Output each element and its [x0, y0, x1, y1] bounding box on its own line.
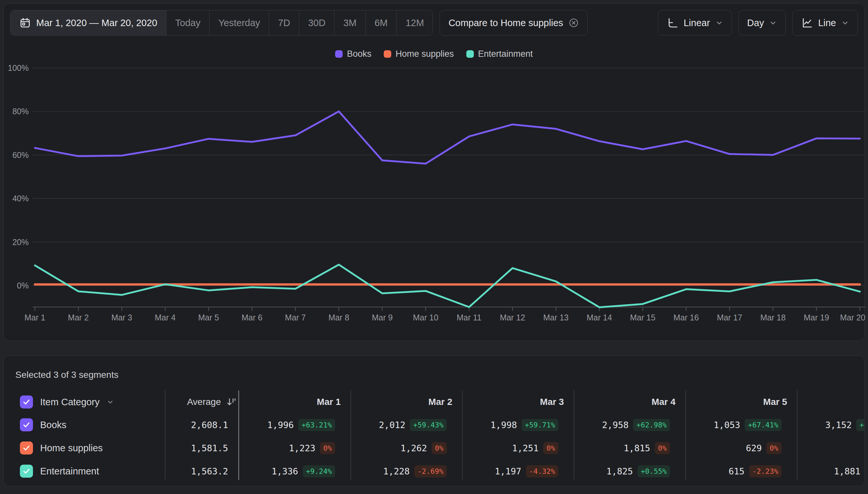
column-divider — [685, 391, 686, 480]
chart-toolbar: Mar 1, 2020 — Mar 20, 2020 Today Yesterd… — [10, 10, 858, 36]
cell-value: 2,012 — [379, 420, 405, 430]
metric-cell: 1,90 — [797, 437, 865, 459]
home-supplies-checkbox[interactable] — [20, 441, 33, 455]
date-range-button[interactable]: Mar 1, 2020 — Mar 20, 2020 — [11, 11, 166, 35]
cell-delta-badge: +6 — [856, 419, 865, 431]
cell-value: 629 — [746, 443, 762, 453]
cell-value: 2,958 — [602, 420, 628, 430]
entertainment-swatch — [466, 50, 474, 58]
cell-delta-badge: 0% — [320, 442, 336, 454]
column-divider — [462, 391, 463, 480]
day-column-header-label: Mar 1 — [317, 397, 341, 407]
preset-6m[interactable]: 6M — [365, 11, 396, 35]
preset-today[interactable]: Today — [166, 11, 209, 35]
chevron-down-icon — [715, 19, 723, 27]
granularity-dropdown-label: Day — [747, 18, 764, 28]
date-range-label: Mar 1, 2020 — Mar 20, 2020 — [36, 18, 157, 28]
table-row-books: Books 2,608.1 1,996+63.21%2,012+59.43%1,… — [4, 413, 864, 436]
metric-cell: 1,825+0.55% — [574, 460, 685, 482]
axes-icon — [667, 17, 678, 29]
cell-delta-badge: +9.24% — [303, 465, 335, 477]
day-column-header: Mar 3 — [462, 391, 574, 413]
table-row-entertainment: Entertainment 1,563.2 1,336+9.24%1,228-2… — [4, 460, 864, 482]
chart-type-dropdown[interactable]: Line — [792, 10, 858, 36]
cell-delta-badge: -2.69% — [414, 465, 447, 477]
metric-cell: 1,2510% — [462, 437, 574, 459]
average-header-label: Average — [187, 397, 221, 407]
entertainment-checkbox[interactable] — [20, 464, 33, 478]
chevron-down-icon[interactable] — [107, 398, 114, 405]
cell-value: 1,336 — [271, 466, 298, 476]
cell-value: 1,881 — [834, 466, 860, 476]
metric-cell: 1,8150% — [574, 437, 685, 459]
cell-delta-badge: 0% — [655, 442, 670, 454]
row-label: Home supplies — [40, 443, 103, 454]
metric-cell: 3,152+6 — [797, 413, 865, 436]
legend-label: Books — [347, 49, 371, 59]
select-all-checkbox[interactable] — [20, 396, 33, 408]
average-value: 2,608.1 — [165, 413, 239, 436]
analytics-dashboard: Mar 1, 2020 — Mar 20, 2020 Today Yesterd… — [0, 0, 868, 494]
day-column-header-label: Mar 5 — [763, 397, 787, 407]
day-column-header: Mar 1 — [239, 391, 351, 413]
category-header-label[interactable]: Item Category — [40, 397, 99, 407]
average-value: 1,563.2 — [165, 460, 239, 482]
compare-chip[interactable]: Compare to Home supplies — [439, 10, 587, 36]
cell-value: 615 — [729, 466, 744, 476]
metric-cell: 1,2230% — [239, 437, 351, 459]
cell-delta-badge: 0% — [767, 442, 782, 454]
chart-legend: Books Home supplies Entertainment — [0, 49, 868, 59]
legend-item-home-supplies[interactable]: Home supplies — [384, 49, 454, 59]
legend-item-entertainment[interactable]: Entertainment — [466, 49, 533, 59]
metric-cell: 1,881-2 — [797, 460, 865, 482]
cell-value: 1,262 — [400, 443, 427, 453]
cell-delta-badge: -2.23% — [749, 465, 781, 477]
calendar-icon — [19, 17, 31, 29]
metric-cell: 1,197-4.32% — [462, 460, 574, 482]
cell-delta-badge: +67.41% — [744, 419, 781, 431]
cell-value: 3,152 — [825, 420, 852, 430]
selected-segments-text: Selected 3 of 3 segments — [15, 370, 118, 380]
metric-cell: 2,012+59.43% — [351, 413, 462, 436]
column-divider — [165, 391, 166, 480]
metric-cell: 1,998+59.71% — [462, 413, 574, 436]
row-label: Books — [40, 420, 67, 430]
column-divider — [351, 391, 351, 480]
day-column-header: Mar 4 — [574, 391, 685, 413]
line-chart-icon — [801, 17, 813, 29]
scale-dropdown[interactable]: Linear — [658, 10, 732, 36]
day-column-header-label: Mar 4 — [652, 397, 676, 407]
table-header-row: Item Category Average Mar 1Mar 2Mar 3Mar… — [4, 391, 864, 413]
cell-value: 1,228 — [383, 466, 410, 476]
preset-30d[interactable]: 30D — [299, 11, 334, 35]
cell-delta-badge: +63.21% — [298, 419, 335, 431]
remove-compare-icon[interactable] — [568, 18, 579, 28]
table-row-home-supplies: Home supplies 1,581.5 1,2230%1,2620%1,25… — [4, 437, 864, 459]
metric-cell: 1,053+67.41% — [685, 413, 797, 436]
metric-cell: 1,2620% — [351, 437, 462, 459]
metric-cell: 1,228-2.69% — [351, 460, 462, 482]
average-value: 1,581.5 — [165, 437, 239, 459]
cell-value: 1,223 — [289, 443, 315, 453]
granularity-dropdown[interactable]: Day — [738, 10, 786, 36]
books-checkbox[interactable] — [20, 418, 33, 431]
preset-yesterday[interactable]: Yesterday — [209, 11, 269, 35]
preset-12m[interactable]: 12M — [396, 11, 433, 35]
column-divider — [797, 391, 797, 480]
preset-7d[interactable]: 7D — [269, 11, 299, 35]
cell-delta-badge: +59.71% — [522, 419, 558, 431]
legend-label: Home supplies — [396, 49, 454, 59]
metric-cell: 615-2.23% — [685, 460, 797, 482]
cell-value: 1,825 — [606, 466, 633, 476]
sort-descending-icon[interactable] — [226, 396, 237, 407]
date-range-control: Mar 1, 2020 — Mar 20, 2020 Today Yesterd… — [10, 10, 433, 36]
metric-cell: 6290% — [685, 437, 797, 459]
books-swatch — [335, 50, 343, 58]
cell-value: 1,998 — [490, 420, 517, 430]
legend-item-books[interactable]: Books — [335, 49, 371, 59]
column-divider — [574, 391, 574, 480]
preset-3m[interactable]: 3M — [334, 11, 365, 35]
average-header[interactable]: Average — [165, 391, 239, 413]
frozen-column-divider — [238, 391, 239, 480]
cell-value: 1,251 — [512, 443, 539, 453]
